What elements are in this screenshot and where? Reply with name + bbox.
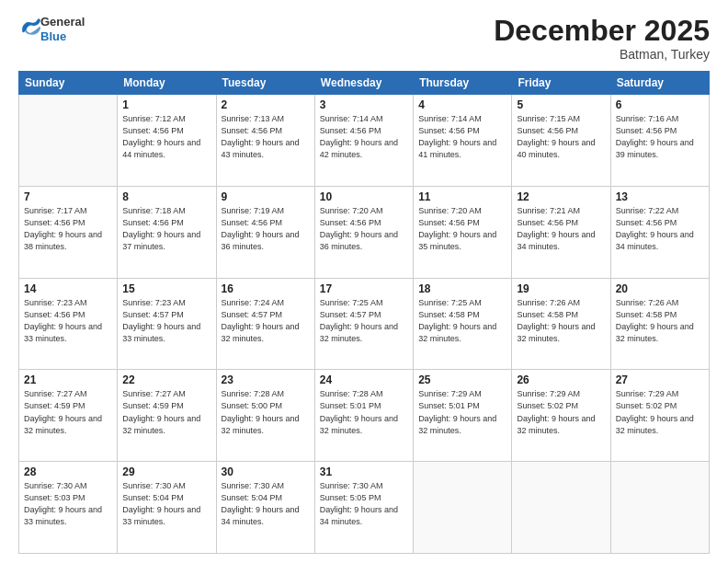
calendar-cell: 23Sunrise: 7:28 AMSunset: 5:00 PMDayligh… [216, 370, 314, 462]
weekday-header-monday: Monday [118, 72, 216, 95]
day-number: 13 [616, 190, 704, 203]
calendar-cell: 2Sunrise: 7:13 AMSunset: 4:56 PMDaylight… [216, 95, 314, 187]
day-info: Sunrise: 7:29 AMSunset: 5:02 PMDaylight:… [616, 388, 704, 436]
week-row-2: 7Sunrise: 7:17 AMSunset: 4:56 PMDaylight… [19, 186, 710, 278]
calendar-cell [19, 95, 118, 187]
day-info: Sunrise: 7:26 AMSunset: 4:58 PMDaylight:… [517, 297, 605, 345]
day-number: 30 [222, 465, 310, 478]
calendar-cell: 25Sunrise: 7:29 AMSunset: 5:01 PMDayligh… [414, 370, 512, 462]
day-number: 22 [122, 373, 210, 386]
day-info: Sunrise: 7:21 AMSunset: 4:56 PMDaylight:… [517, 205, 605, 253]
weekday-header-sunday: Sunday [19, 72, 118, 95]
calendar-cell: 12Sunrise: 7:21 AMSunset: 4:56 PMDayligh… [512, 186, 610, 278]
weekday-header-saturday: Saturday [610, 72, 709, 95]
calendar-cell: 26Sunrise: 7:29 AMSunset: 5:02 PMDayligh… [512, 370, 610, 462]
calendar-cell: 16Sunrise: 7:24 AMSunset: 4:57 PMDayligh… [216, 278, 314, 370]
weekday-header-tuesday: Tuesday [216, 72, 314, 95]
day-info: Sunrise: 7:22 AMSunset: 4:56 PMDaylight:… [616, 205, 704, 253]
day-info: Sunrise: 7:14 AMSunset: 4:56 PMDaylight:… [320, 113, 408, 161]
calendar-cell: 18Sunrise: 7:25 AMSunset: 4:58 PMDayligh… [414, 278, 512, 370]
title-area: December 2025 Batman, Turkey [494, 15, 710, 62]
week-row-4: 21Sunrise: 7:27 AMSunset: 4:59 PMDayligh… [19, 370, 710, 462]
day-number: 17 [320, 282, 408, 295]
weekday-header-wednesday: Wednesday [314, 72, 413, 95]
day-info: Sunrise: 7:15 AMSunset: 4:56 PMDaylight:… [517, 113, 605, 161]
day-number: 29 [122, 465, 210, 478]
calendar-cell: 30Sunrise: 7:30 AMSunset: 5:04 PMDayligh… [216, 462, 314, 554]
day-info: Sunrise: 7:23 AMSunset: 4:57 PMDaylight:… [122, 297, 210, 345]
day-number: 27 [616, 373, 704, 386]
calendar-cell: 15Sunrise: 7:23 AMSunset: 4:57 PMDayligh… [118, 278, 216, 370]
day-info: Sunrise: 7:27 AMSunset: 4:59 PMDaylight:… [122, 388, 210, 436]
day-info: Sunrise: 7:23 AMSunset: 4:56 PMDaylight:… [24, 297, 112, 345]
week-row-3: 14Sunrise: 7:23 AMSunset: 4:56 PMDayligh… [19, 278, 710, 370]
calendar-cell: 6Sunrise: 7:16 AMSunset: 4:56 PMDaylight… [610, 95, 709, 187]
day-number: 21 [24, 373, 112, 386]
day-number: 4 [418, 98, 506, 111]
day-number: 18 [418, 282, 506, 295]
day-number: 10 [320, 190, 408, 203]
weekday-header-row: SundayMondayTuesdayWednesdayThursdayFrid… [19, 72, 710, 95]
calendar-cell [610, 462, 709, 554]
day-info: Sunrise: 7:20 AMSunset: 4:56 PMDaylight:… [418, 205, 506, 253]
day-number: 1 [122, 98, 210, 111]
calendar-cell: 20Sunrise: 7:26 AMSunset: 4:58 PMDayligh… [610, 278, 709, 370]
calendar-cell: 10Sunrise: 7:20 AMSunset: 4:56 PMDayligh… [314, 186, 413, 278]
day-number: 5 [517, 98, 605, 111]
day-number: 2 [222, 98, 310, 111]
day-info: Sunrise: 7:18 AMSunset: 4:56 PMDaylight:… [122, 205, 210, 253]
day-number: 14 [24, 282, 112, 295]
calendar-cell: 29Sunrise: 7:30 AMSunset: 5:04 PMDayligh… [118, 462, 216, 554]
day-info: Sunrise: 7:30 AMSunset: 5:04 PMDaylight:… [122, 480, 210, 528]
page: General Blue December 2025 Batman, Turke… [0, 0, 728, 563]
day-number: 25 [418, 373, 506, 386]
day-info: Sunrise: 7:28 AMSunset: 5:01 PMDaylight:… [320, 388, 408, 436]
calendar-cell: 22Sunrise: 7:27 AMSunset: 4:59 PMDayligh… [118, 370, 216, 462]
day-info: Sunrise: 7:30 AMSunset: 5:05 PMDaylight:… [320, 480, 408, 528]
calendar-cell: 21Sunrise: 7:27 AMSunset: 4:59 PMDayligh… [19, 370, 118, 462]
calendar-cell: 3Sunrise: 7:14 AMSunset: 4:56 PMDaylight… [314, 95, 413, 187]
day-info: Sunrise: 7:14 AMSunset: 4:56 PMDaylight:… [418, 113, 506, 161]
day-number: 19 [517, 282, 605, 295]
logo-general: General [40, 15, 85, 29]
calendar-cell: 11Sunrise: 7:20 AMSunset: 4:56 PMDayligh… [414, 186, 512, 278]
day-number: 3 [320, 98, 408, 111]
logo-blue: Blue [40, 29, 85, 44]
calendar-cell [512, 462, 610, 554]
day-number: 26 [517, 373, 605, 386]
day-info: Sunrise: 7:30 AMSunset: 5:04 PMDaylight:… [222, 480, 310, 528]
weekday-header-thursday: Thursday [414, 72, 512, 95]
day-info: Sunrise: 7:20 AMSunset: 4:56 PMDaylight:… [320, 205, 408, 253]
day-info: Sunrise: 7:25 AMSunset: 4:57 PMDaylight:… [320, 297, 408, 345]
header: General Blue December 2025 Batman, Turke… [18, 15, 710, 62]
day-number: 16 [222, 282, 310, 295]
day-info: Sunrise: 7:17 AMSunset: 4:56 PMDaylight:… [24, 205, 112, 253]
calendar-cell: 7Sunrise: 7:17 AMSunset: 4:56 PMDaylight… [19, 186, 118, 278]
week-row-5: 28Sunrise: 7:30 AMSunset: 5:03 PMDayligh… [19, 462, 710, 554]
day-info: Sunrise: 7:16 AMSunset: 4:56 PMDaylight:… [616, 113, 704, 161]
location: Batman, Turkey [494, 47, 710, 62]
calendar-cell: 24Sunrise: 7:28 AMSunset: 5:01 PMDayligh… [314, 370, 413, 462]
calendar-cell: 17Sunrise: 7:25 AMSunset: 4:57 PMDayligh… [314, 278, 413, 370]
calendar-cell: 8Sunrise: 7:18 AMSunset: 4:56 PMDaylight… [118, 186, 216, 278]
day-number: 24 [320, 373, 408, 386]
day-info: Sunrise: 7:26 AMSunset: 4:58 PMDaylight:… [616, 297, 704, 345]
calendar-cell: 13Sunrise: 7:22 AMSunset: 4:56 PMDayligh… [610, 186, 709, 278]
day-info: Sunrise: 7:13 AMSunset: 4:56 PMDaylight:… [222, 113, 310, 161]
day-number: 23 [222, 373, 310, 386]
calendar-cell: 27Sunrise: 7:29 AMSunset: 5:02 PMDayligh… [610, 370, 709, 462]
calendar-cell: 9Sunrise: 7:19 AMSunset: 4:56 PMDaylight… [216, 186, 314, 278]
day-number: 7 [24, 190, 112, 203]
calendar-cell: 4Sunrise: 7:14 AMSunset: 4:56 PMDaylight… [414, 95, 512, 187]
day-info: Sunrise: 7:28 AMSunset: 5:00 PMDaylight:… [222, 388, 310, 436]
logo-icon [20, 17, 40, 38]
day-info: Sunrise: 7:12 AMSunset: 4:56 PMDaylight:… [122, 113, 210, 161]
logo-text: General Blue [40, 15, 85, 43]
day-info: Sunrise: 7:30 AMSunset: 5:03 PMDaylight:… [24, 480, 112, 528]
day-info: Sunrise: 7:19 AMSunset: 4:56 PMDaylight:… [222, 205, 310, 253]
day-info: Sunrise: 7:24 AMSunset: 4:57 PMDaylight:… [222, 297, 310, 345]
day-number: 31 [320, 465, 408, 478]
day-info: Sunrise: 7:27 AMSunset: 4:59 PMDaylight:… [24, 388, 112, 436]
day-number: 9 [222, 190, 310, 203]
day-number: 15 [122, 282, 210, 295]
